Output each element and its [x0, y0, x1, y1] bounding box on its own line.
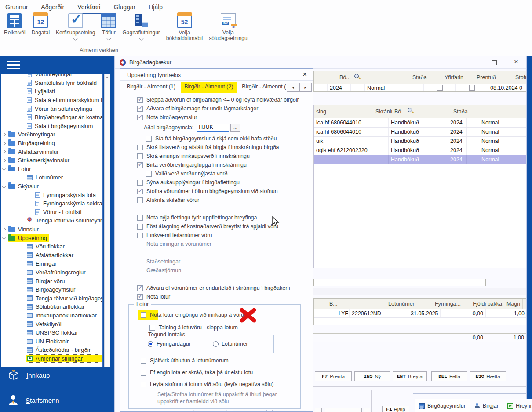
checkbox[interactable]	[137, 106, 143, 112]
tab-scroll-right-icon[interactable]: ▸	[299, 83, 312, 92]
dialog-tab[interactable]: Birgðir - Almennt (1)	[123, 82, 179, 93]
table-row[interactable]: ica hf 6806044010 Handbókuð 2024 Normal	[314, 118, 526, 128]
tree-expander-icon[interactable]	[2, 141, 6, 145]
tree-item[interactable]: Vefskilyrði	[1, 320, 102, 328]
tree-item[interactable]: Tengja tölvur við birgðageymslur	[1, 294, 102, 303]
checkbox[interactable]	[137, 197, 143, 203]
tab-scroll-left-icon[interactable]: ◂	[287, 83, 299, 92]
settings-checkbox-row[interactable]: Einkvæmt leitarnúmer vöru	[120, 231, 313, 240]
nota-lotur-eingongu-checkbox-row[interactable]: Nota lotur eingöngu við innkaup á vörum	[129, 310, 300, 319]
tree-item[interactable]: Sala í birgðageymslum	[1, 122, 102, 131]
lotunumer-radio[interactable]: Lotunúmer	[213, 341, 248, 347]
tree-expander-icon[interactable]	[2, 133, 6, 136]
hamburger-menu-icon[interactable]	[7, 61, 20, 70]
tree-item[interactable]: UNSPSC flokkar	[1, 328, 102, 337]
bottom-tab[interactable]: Birgðageymslur	[415, 399, 470, 412]
column-header[interactable]: Staða	[451, 105, 470, 118]
close-button[interactable]: ✕	[510, 58, 523, 66]
tree-item[interactable]: Strikamerkjavinnslur	[1, 156, 102, 165]
settings-checkbox-row[interactable]: Sleppa aðvörun ef birgðamagn <= 0 og ley…	[120, 95, 313, 104]
tree-item[interactable]: Verðbreytingar	[1, 130, 102, 139]
checkbox[interactable]	[137, 233, 143, 238]
maximize-button[interactable]	[488, 58, 501, 66]
column-header[interactable]: sing	[314, 105, 373, 118]
checkbox[interactable]	[137, 294, 143, 300]
table-row[interactable]: 2024 Normal 08.10.2024 0	[314, 84, 526, 92]
checkbox[interactable]	[137, 162, 143, 168]
tree-item[interactable]: Lotunúmer	[1, 173, 102, 182]
leyfa-stofnun-checkbox-row[interactable]: Leyfa stofnun á lotum við sölu (leyfa ne…	[129, 380, 300, 389]
ribbon-tool-button[interactable]: Velja bókhaldstímabil	[163, 12, 206, 47]
tree-item[interactable]: Afsláttarflokkar	[1, 251, 102, 259]
sjalfvirk-uthlutun-checkbox-row[interactable]: Sjálfvirk úthlutun á lotunúmerum	[129, 356, 300, 365]
dialog-bottom-button[interactable]	[233, 410, 267, 412]
tree-expander-icon[interactable]	[2, 158, 6, 162]
tree-item[interactable]: Samtölulisti fyrir bókhald	[1, 79, 102, 88]
checkbox[interactable]	[137, 145, 143, 150]
tree-item[interactable]: UN Flokkanir	[1, 337, 102, 346]
checkbox[interactable]	[141, 382, 146, 387]
settings-checkbox-row[interactable]: Skrá einungis innkaupsverð í innskráning…	[120, 152, 313, 160]
tree-item[interactable]: Vörur - Lotulisti	[1, 208, 102, 217]
bottom-tab[interactable]: Birgjar	[470, 399, 503, 412]
column-header[interactable]: Staða	[410, 71, 442, 84]
settings-checkbox-row[interactable]: Nota einingar á vörunúmer	[120, 240, 313, 248]
chevron-down-icon[interactable]	[139, 36, 143, 41]
checkbox[interactable]	[137, 153, 143, 159]
tree-item[interactable]: Uppsetning	[1, 233, 102, 242]
column-header[interactable]: Stofn.dags.	[513, 71, 526, 84]
settings-checkbox-row[interactable]: Staðsetningar	[120, 257, 313, 266]
tree-item[interactable]: Skýrslur	[1, 182, 102, 191]
table-row[interactable]: ica hf 6806044010 Handbókuð 2024 Normal	[314, 128, 526, 137]
ny-button[interactable]: INSNý	[354, 371, 390, 381]
table-row[interactable]: Handbókuð 2024 Normal	[314, 155, 526, 164]
settings-checkbox-row[interactable]: Valið verð verður nýjasta verð	[120, 169, 313, 178]
checkbox[interactable]	[137, 285, 143, 291]
tree-item[interactable]: Lotur	[1, 165, 102, 174]
tree-item[interactable]: Birgðahreyfingar án kostnaðarv	[1, 113, 102, 122]
haetta-button[interactable]: ESCHætta	[470, 371, 506, 381]
tree-item[interactable]: Vöruflokkar	[1, 242, 102, 251]
lot-edit-field[interactable]	[313, 279, 486, 286]
column-header[interactable]: Skráningargerð	[373, 105, 392, 118]
fella-button[interactable]: DELFella	[431, 371, 467, 381]
sidebar-item-starfsmenn[interactable]: Starfsmenn	[0, 390, 111, 410]
ribbon-tool-button[interactable]: Kerfisuppsetning	[53, 12, 98, 41]
settings-checkbox-row[interactable]: Sía frá birgðageymslur á skjá sem ekki h…	[120, 134, 313, 143]
tree-item[interactable]: Ástæðukódar - birgðir	[1, 346, 102, 354]
tree-item[interactable]: Sölubókunarflokkar	[1, 303, 102, 311]
settings-checkbox-row[interactable]: Gæðastjórnun	[120, 266, 313, 275]
column-header[interactable]: Bó...	[337, 71, 351, 84]
settings-checkbox-row[interactable]: Nota lotur	[120, 292, 313, 301]
minimize-button[interactable]	[465, 58, 478, 66]
column-header[interactable]	[404, 105, 451, 118]
tree-item[interactable]: Birgðageymslur	[1, 285, 102, 294]
bottom-tab[interactable]: Hreyfingar	[503, 399, 532, 412]
column-header[interactable]	[314, 299, 327, 309]
tree-item[interactable]: Verðafrúningsreglur	[1, 268, 102, 277]
tree-item[interactable]: Sala á eftirritunarskyldum lyfjum	[1, 96, 102, 105]
column-header[interactable]: Fyrninga...	[418, 299, 463, 309]
tree-item[interactable]: Birgjar vöru	[1, 277, 102, 285]
browse-button[interactable]: ...	[230, 124, 240, 132]
column-header[interactable]	[351, 71, 410, 84]
tree-item[interactable]: Tengja lotur við söluhreyfingar	[1, 216, 102, 225]
checkbox[interactable]	[137, 115, 143, 120]
column-header[interactable]: Yfirfarin	[442, 71, 474, 84]
checkbox[interactable]	[137, 215, 143, 221]
column-header[interactable]: Bó...	[392, 105, 404, 118]
radio-icon[interactable]	[148, 341, 153, 347]
checkbox[interactable]	[137, 224, 143, 230]
table-row[interactable]: uik Handbókuð 2024 Normal	[314, 137, 526, 146]
settings-checkbox-row[interactable]: Skrá listaverð og afslátt frá birgja í i…	[120, 143, 313, 152]
tree-item[interactable]: Vöruhreyfingar	[1, 74, 102, 79]
tree-item[interactable]: Afsláttarvinnslur	[1, 147, 102, 156]
dialog-bottom-button[interactable]	[193, 410, 227, 412]
main-warehouse-input[interactable]: HJUK	[197, 124, 229, 132]
checkbox[interactable]	[137, 189, 143, 194]
chevron-down-icon[interactable]	[73, 36, 78, 41]
settings-checkbox-row[interactable]: Aðvara ef birgðamagn fer undir lágmarksl…	[120, 104, 313, 113]
dialog-close-icon[interactable]: ✕	[300, 71, 309, 79]
column-header[interactable]: Magn	[504, 299, 523, 309]
ribbon-tool-button[interactable]: Gagnaflutningur	[119, 12, 163, 41]
